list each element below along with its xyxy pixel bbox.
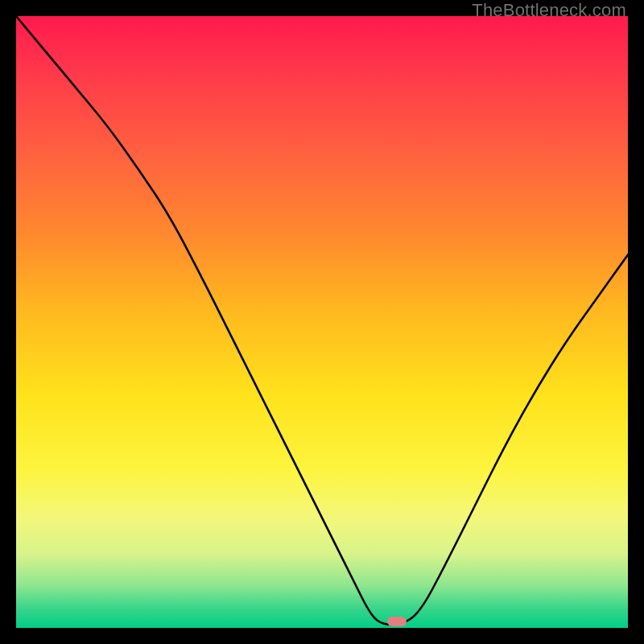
chart-frame: TheBottleneck.com: [0, 0, 644, 644]
plot-area: [16, 16, 628, 628]
optimal-marker: [387, 617, 407, 626]
watermark-text: TheBottleneck.com: [472, 0, 626, 21]
bottleneck-curve: [16, 16, 628, 628]
